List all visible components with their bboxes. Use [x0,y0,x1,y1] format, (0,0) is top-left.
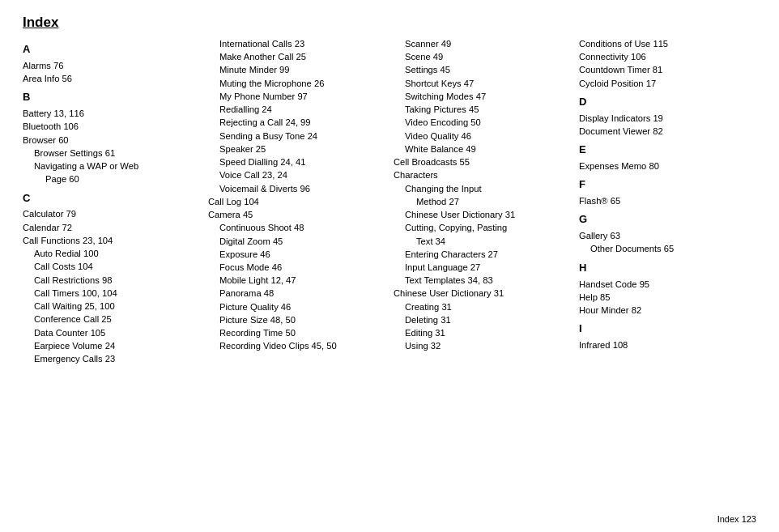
letter-heading-D: D [579,95,756,110]
index-entry: Other Documents 65 [579,242,756,255]
index-entry: Cycloid Position 17 [579,77,756,90]
index-entry: Make Another Call 25 [208,50,385,63]
index-entry: Creating 31 [394,300,571,313]
letter-heading-G: G [579,212,756,228]
index-entry: Call Costs 104 [23,260,200,273]
index-entry: Hour Minder 82 [579,304,756,317]
index-entry: My Phone Number 97 [208,90,385,103]
index-entry: Exposure 46 [208,248,385,261]
index-entry: Text 34 [394,235,571,248]
index-entry: Switching Modes 47 [394,90,571,103]
column-3: Conditions of Use 115Connectivity 106Cou… [579,37,756,365]
index-entry: Text Templates 34, 83 [394,274,571,287]
letter-heading-H: H [579,261,756,276]
index-entry: Picture Size 48, 50 [208,313,385,326]
page-footer: Index 123 [717,514,756,524]
index-entry: Display Indicators 19 [579,112,756,125]
letter-heading-A: A [23,42,200,57]
index-entry: Call Log 104 [208,195,385,208]
index-entry: Gallery 63 [579,229,756,242]
column-1: International Calls 23Make Another Call … [208,37,394,365]
index-entry: Calendar 72 [23,221,200,234]
index-entry: Voice Call 23, 24 [208,168,385,181]
index-entry: Browser 60 [23,134,200,147]
index-entry: Cutting, Copying, Pasting [394,221,571,234]
index-entry: Bluetooth 106 [23,120,200,133]
index-entry: Page 60 [23,172,200,185]
index-entry: Sending a Busy Tone 24 [208,130,385,143]
index-entry: Document Viewer 82 [579,125,756,138]
index-entry: Video Encoding 50 [394,116,571,129]
index-entry: Speed Dialling 24, 41 [208,155,385,168]
index-entry: Call Waiting 25, 100 [23,300,200,313]
letter-heading-C: C [23,191,200,206]
index-entry: Digital Zoom 45 [208,235,385,248]
index-entry: Calculator 79 [23,207,200,220]
index-entry: Browser Settings 61 [23,147,200,160]
index-entry: Continuous Shoot 48 [208,221,385,234]
index-entry: Camera 45 [208,208,385,221]
index-entry: Using 32 [394,339,571,352]
page-title: Index [23,15,756,31]
index-entry: Call Restrictions 98 [23,274,200,287]
index-entry: Editing 31 [394,326,571,339]
index-entry: Speaker 25 [208,143,385,155]
index-entry: Chinese User Dictionary 31 [394,208,571,221]
column-2: Scanner 49Scene 49Settings 45Shortcut Ke… [394,37,579,365]
index-entry: Changing the Input [394,182,571,195]
index-entry: Characters [394,168,571,181]
letter-heading-I: I [579,321,756,337]
index-entry: Entering Characters 27 [394,248,571,261]
letter-heading-B: B [23,90,200,105]
index-entry: Voicemail & Diverts 96 [208,182,385,195]
index-columns: AAlarms 76Area Info 56BBattery 13, 116Bl… [23,37,756,365]
index-entry: Input Language 27 [394,261,571,274]
index-entry: Deleting 31 [394,313,571,326]
index-entry: Recording Time 50 [208,326,385,339]
index-entry: Emergency Calls 23 [23,352,200,365]
index-entry: Battery 13, 116 [23,107,200,120]
index-entry: Navigating a WAP or Web [23,160,200,172]
index-entry: Connectivity 106 [579,50,756,63]
index-entry: Taking Pictures 45 [394,103,571,116]
index-entry: Call Functions 23, 104 [23,234,200,247]
index-entry: Panorama 48 [208,287,385,300]
index-entry: Video Quality 46 [394,130,571,143]
index-entry: Muting the Microphone 26 [208,77,385,90]
index-entry: International Calls 23 [208,37,385,50]
index-entry: Area Info 56 [23,72,200,85]
letter-heading-F: F [579,177,756,193]
index-entry: Expenses Memo 80 [579,160,756,172]
index-entry: Alarms 76 [23,59,200,72]
index-entry: Conference Call 25 [23,313,200,326]
index-entry: Auto Redial 100 [23,247,200,260]
letter-heading-E: E [579,143,756,158]
index-entry: Flash® 65 [579,194,756,207]
page: Index AAlarms 76Area Info 56BBattery 13,… [0,0,779,532]
index-entry: Chinese User Dictionary 31 [394,287,571,300]
index-entry: Method 27 [394,195,571,208]
index-entry: Focus Mode 46 [208,261,385,274]
index-entry: Rejecting a Call 24, 99 [208,116,385,129]
index-entry: Mobile Light 12, 47 [208,274,385,287]
index-entry: Shortcut Keys 47 [394,77,571,90]
column-0: AAlarms 76Area Info 56BBattery 13, 116Bl… [23,37,208,365]
index-entry: Recording Video Clips 45, 50 [208,339,385,352]
index-entry: Cell Broadcasts 55 [394,155,571,168]
index-entry: White Balance 49 [394,143,571,155]
index-entry: Infrared 108 [579,338,756,351]
index-entry: Scanner 49 [394,37,571,50]
index-entry: Settings 45 [394,63,571,76]
index-entry: Countdown Timer 81 [579,63,756,76]
index-entry: Picture Quality 46 [208,300,385,313]
index-entry: Redialling 24 [208,103,385,116]
index-entry: Call Timers 100, 104 [23,287,200,300]
index-entry: Help 85 [579,291,756,304]
index-entry: Conditions of Use 115 [579,37,756,50]
index-entry: Handset Code 95 [579,278,756,291]
index-entry: Earpiece Volume 24 [23,339,200,352]
index-entry: Scene 49 [394,50,571,63]
index-entry: Minute Minder 99 [208,63,385,76]
index-entry: Data Counter 105 [23,326,200,339]
